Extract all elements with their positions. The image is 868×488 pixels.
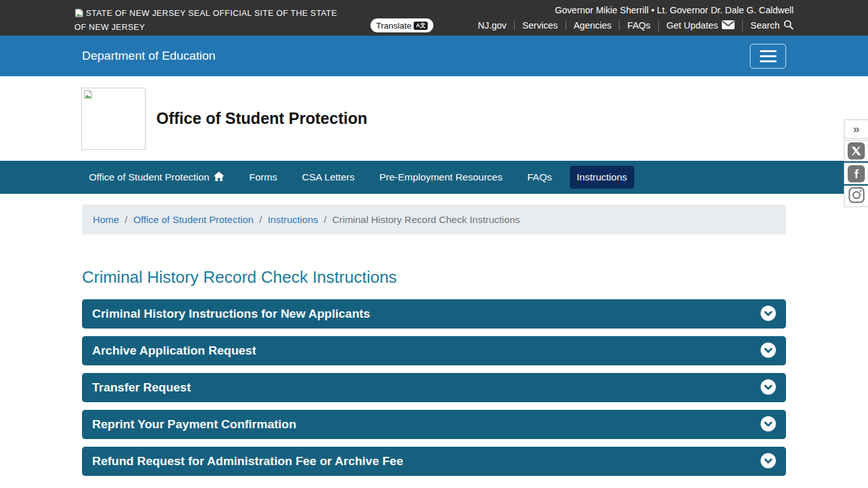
state-site-banner: STATE OF NEW JERSEY SEALOFFICIAL SITE OF… bbox=[74, 3, 349, 36]
double-chevron-right-icon: » bbox=[853, 122, 860, 136]
x-twitter-icon bbox=[848, 142, 865, 159]
office-brand-band: Office of Student Protection bbox=[0, 76, 868, 161]
topbar-link-search[interactable]: Search bbox=[742, 20, 794, 32]
topbar-link-agencies[interactable]: Agencies bbox=[566, 20, 620, 30]
nav-item-pre-employment-resources[interactable]: Pre-Employment Resources bbox=[372, 166, 510, 189]
translate-icon: A文 bbox=[414, 22, 428, 30]
topbar-link-njgov[interactable]: NJ.gov bbox=[470, 20, 514, 30]
instagram-link[interactable] bbox=[844, 186, 868, 207]
main-navigation: Office of Student Protection Forms CSA L… bbox=[0, 161, 868, 194]
accordion-archive-application-request[interactable]: Archive Application Request bbox=[82, 336, 786, 365]
state-topbar: STATE OF NEW JERSEY SEALOFFICIAL SITE OF… bbox=[0, 0, 868, 36]
social-media-flyout: » bbox=[844, 119, 868, 207]
chevron-down-icon bbox=[761, 342, 776, 360]
breadcrumb-current-page: Criminal History Record Check Instructio… bbox=[332, 214, 520, 226]
breadcrumb-office-of-student-protection[interactable]: Office of Student Protection bbox=[133, 214, 254, 226]
accordion-new-applicants[interactable]: Criminal History Instructions for New Ap… bbox=[82, 299, 786, 329]
page-title: Criminal History Record Check Instructio… bbox=[82, 268, 786, 287]
topbar-link-faqs[interactable]: FAQs bbox=[619, 20, 658, 30]
topbar-link-services[interactable]: Services bbox=[514, 20, 566, 30]
home-icon bbox=[214, 172, 224, 184]
translate-button[interactable]: Translate A文 bbox=[370, 18, 433, 32]
nav-item-office-of-student-protection[interactable]: Office of Student Protection bbox=[82, 166, 231, 189]
chevron-down-icon bbox=[761, 416, 776, 433]
governor-line: Governor Mikie Sherrill • Lt. Governor D… bbox=[555, 3, 794, 18]
facebook-link[interactable] bbox=[844, 163, 868, 184]
accordion-refund-request[interactable]: Refund Request for Administration Fee or… bbox=[82, 447, 786, 476]
breadcrumb-separator: / bbox=[318, 214, 332, 226]
main-content: Home / Office of Student Protection / In… bbox=[82, 205, 786, 476]
magnifier-icon bbox=[783, 20, 794, 32]
seal-alt-text: STATE OF NEW JERSEY SEAL bbox=[86, 8, 210, 18]
breadcrumb-home[interactable]: Home bbox=[93, 214, 119, 226]
office-logo-broken-image[interactable] bbox=[81, 88, 146, 150]
breadcrumb-instructions[interactable]: Instructions bbox=[268, 214, 318, 226]
chevron-down-icon bbox=[761, 379, 776, 396]
accordion-list: Criminal History Instructions for New Ap… bbox=[82, 299, 786, 476]
facebook-icon bbox=[848, 165, 865, 182]
translate-label: Translate bbox=[376, 21, 412, 30]
breadcrumb-separator: / bbox=[254, 214, 268, 226]
breadcrumb-separator: / bbox=[119, 214, 133, 226]
accordion-transfer-request[interactable]: Transfer Request bbox=[82, 373, 786, 402]
nav-item-instructions[interactable]: Instructions bbox=[570, 166, 634, 189]
social-flyout-collapse-button[interactable]: » bbox=[844, 119, 868, 139]
hamburger-menu-button[interactable] bbox=[750, 44, 786, 69]
department-header-bar: Department of Education bbox=[0, 36, 868, 76]
accordion-reprint-payment-confirmation[interactable]: Reprint Your Payment Confirmation bbox=[82, 410, 786, 439]
chevron-down-icon bbox=[761, 453, 776, 470]
envelope-icon bbox=[722, 20, 735, 31]
x-twitter-link[interactable] bbox=[844, 140, 868, 161]
chevron-down-icon bbox=[761, 306, 776, 323]
instagram-icon bbox=[848, 187, 865, 206]
topbar-link-list: NJ.gov Services Agencies FAQs Get Update… bbox=[470, 20, 794, 32]
hamburger-icon bbox=[760, 50, 776, 52]
nav-item-csa-letters[interactable]: CSA Letters bbox=[295, 166, 362, 189]
department-title-link[interactable]: Department of Education bbox=[82, 49, 215, 63]
nav-item-faqs[interactable]: FAQs bbox=[520, 166, 559, 189]
office-title: Office of Student Protection bbox=[156, 109, 367, 128]
nj-state-seal-broken-image[interactable] bbox=[74, 8, 84, 21]
nav-item-forms[interactable]: Forms bbox=[242, 166, 284, 189]
topbar-link-get-updates[interactable]: Get Updates bbox=[658, 20, 742, 31]
breadcrumb: Home / Office of Student Protection / In… bbox=[82, 205, 786, 234]
